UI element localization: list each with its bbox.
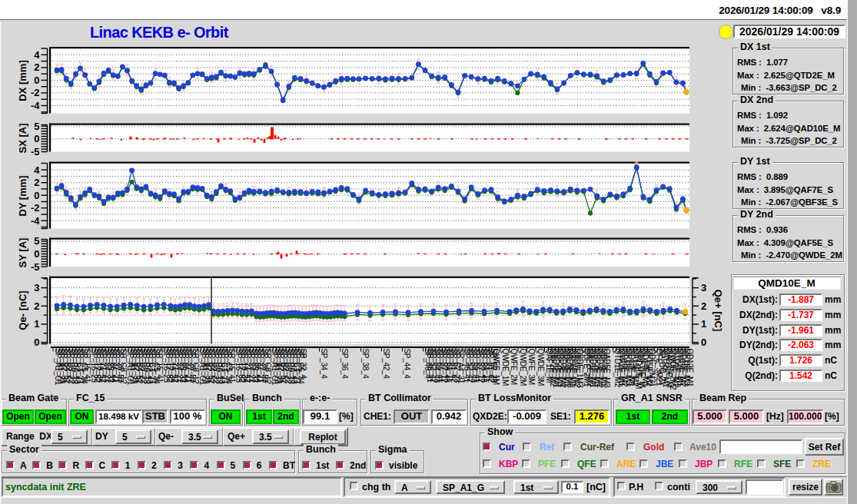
svg-text:0: 0 <box>701 337 706 348</box>
svg-text:SP_42_4: SP_42_4 <box>382 349 390 380</box>
svg-text:3: 3 <box>701 282 706 293</box>
svg-text:QD12E_M1: QD12E_M1 <box>686 349 694 388</box>
svg-text:DX [mm]: DX [mm] <box>17 60 28 101</box>
svg-text:SY [A]: SY [A] <box>17 238 28 268</box>
svg-text:QWDE_1M: QWDE_1M <box>501 349 510 386</box>
svg-text:2: 2 <box>34 177 39 188</box>
svg-text:5: 5 <box>34 121 39 132</box>
svg-text:5: 5 <box>34 235 39 247</box>
svg-text:1: 1 <box>34 318 39 330</box>
svg-text:QWFE_1M: QWFE_1M <box>492 349 500 385</box>
svg-text:2: 2 <box>34 300 39 312</box>
svg-text:0: 0 <box>34 190 39 201</box>
svg-text:4: 4 <box>34 164 40 176</box>
svg-text:1: 1 <box>701 318 706 330</box>
svg-text:-4: -4 <box>31 100 40 111</box>
svg-text:3: 3 <box>34 282 39 293</box>
svg-text:4: 4 <box>34 49 40 61</box>
svg-text:-2: -2 <box>31 87 40 98</box>
svg-text:0: 0 <box>34 133 39 144</box>
svg-text:SX [A]: SX [A] <box>17 124 28 154</box>
svg-text:2: 2 <box>34 61 39 73</box>
svg-text:-2: -2 <box>31 202 40 214</box>
svg-text:SP_36_4: SP_36_4 <box>340 349 349 380</box>
svg-text:DY [mm]: DY [mm] <box>17 175 28 216</box>
svg-text:QWDE_2M: QWDE_2M <box>519 349 527 386</box>
svg-text:QAD5E_M3: QAD5E_M3 <box>603 349 611 389</box>
svg-text:SP_38_4: SP_38_4 <box>361 349 370 380</box>
svg-text:-5: -5 <box>31 146 40 158</box>
svg-text:0: 0 <box>34 337 39 348</box>
svg-text:0: 0 <box>34 248 39 260</box>
svg-text:QWFE_2M: QWFE_2M <box>510 349 518 385</box>
svg-text:SP_32_4: SP_32_4 <box>299 349 307 380</box>
svg-text:2: 2 <box>701 300 706 312</box>
svg-text:QWFE_3M: QWFE_3M <box>527 349 536 385</box>
svg-text:-4: -4 <box>31 215 40 227</box>
svg-text:QWDE_3M: QWDE_3M <box>536 349 545 386</box>
svg-text:Qe- [nC]: Qe- [nC] <box>17 290 28 330</box>
svg-text:SP_44_4: SP_44_4 <box>403 349 411 380</box>
svg-text:0: 0 <box>34 75 39 86</box>
svg-text:Qe+ [nC]: Qe+ [nC] <box>713 290 724 332</box>
svg-text:SP_34_4: SP_34_4 <box>320 349 328 380</box>
svg-text:-5: -5 <box>31 261 40 273</box>
